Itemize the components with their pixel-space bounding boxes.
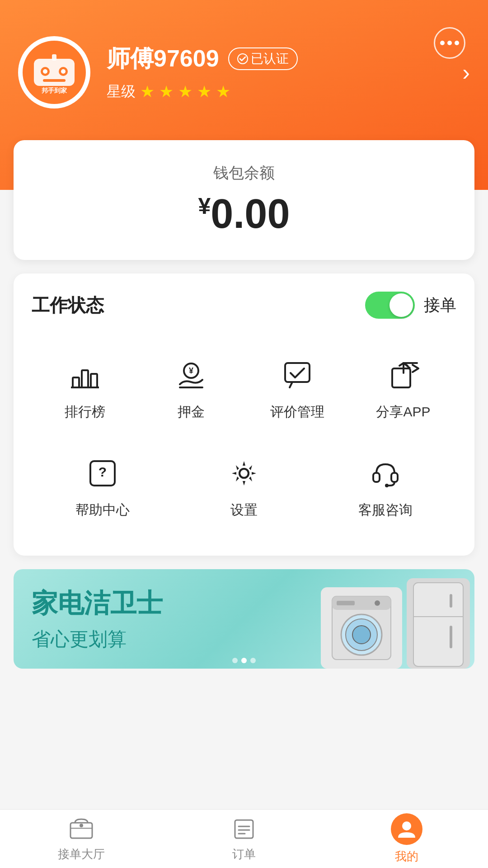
menu-item-leaderboard[interactable]: 排行榜 bbox=[32, 341, 138, 435]
menu-label-settings: 设置 bbox=[230, 501, 258, 519]
wallet-value: 0.00 bbox=[211, 191, 290, 236]
banner-dot-3 bbox=[250, 658, 256, 663]
banner-subtitle: 省心更划算 bbox=[32, 627, 163, 652]
headset-icon bbox=[365, 453, 406, 494]
toggle-area: 接单 bbox=[365, 292, 456, 319]
menu-grid-row1: 排行榜 ¥ 押金 评价管理 bbox=[32, 341, 456, 435]
hand-coin-icon: ¥ bbox=[171, 355, 211, 396]
washing-machine-image bbox=[321, 587, 402, 669]
avatar[interactable]: 邦手到家 bbox=[18, 36, 90, 108]
star-3: ★ bbox=[178, 82, 192, 101]
menu-item-settings[interactable]: 设置 bbox=[173, 439, 314, 533]
profile-arrow-icon[interactable]: › bbox=[462, 59, 470, 85]
wallet-amount: ¥0.00 bbox=[32, 191, 456, 237]
svg-rect-35 bbox=[413, 583, 463, 666]
nav-label-my-orders: 订单 bbox=[232, 846, 256, 862]
message-icon bbox=[440, 41, 459, 45]
menu-item-service[interactable]: 客服咨询 bbox=[315, 439, 456, 533]
svg-text:邦手到家: 邦手到家 bbox=[41, 87, 67, 94]
menu-item-deposit[interactable]: ¥ 押金 bbox=[138, 341, 244, 435]
svg-rect-37 bbox=[450, 594, 452, 608]
svg-point-46 bbox=[402, 821, 411, 830]
nav-item-orders-hall[interactable]: 接单大厅 bbox=[0, 816, 163, 862]
svg-rect-25 bbox=[373, 473, 380, 482]
bottom-nav: 接单大厅 订单 我的 bbox=[0, 809, 488, 868]
svg-point-32 bbox=[352, 626, 371, 644]
svg-rect-16 bbox=[285, 363, 310, 382]
menu-item-review[interactable]: 评价管理 bbox=[244, 341, 350, 435]
stars-label: 星级 bbox=[107, 82, 136, 102]
svg-rect-18 bbox=[392, 368, 410, 387]
star-1: ★ bbox=[140, 82, 155, 101]
profile-row: 邦手到家 师傅97609 已认证 星级 ★ ★ ★ ★ bbox=[18, 36, 470, 108]
svg-rect-9 bbox=[73, 377, 79, 387]
brand-logo-svg: 邦手到家 bbox=[27, 50, 81, 95]
menu-label-share: 分享APP bbox=[376, 403, 430, 421]
stars-row: 星级 ★ ★ ★ ★ ★ bbox=[107, 82, 446, 102]
svg-rect-38 bbox=[450, 626, 452, 648]
svg-rect-42 bbox=[235, 820, 253, 838]
svg-rect-26 bbox=[391, 473, 398, 482]
star-2: ★ bbox=[159, 82, 174, 101]
wallet-title: 钱包余额 bbox=[32, 163, 456, 184]
fridge-image bbox=[407, 578, 470, 669]
star-5: ★ bbox=[216, 82, 230, 101]
checkmark-icon bbox=[237, 53, 248, 64]
username-text: 师傅97609 bbox=[107, 43, 219, 75]
work-status-toggle[interactable] bbox=[365, 292, 415, 319]
svg-rect-10 bbox=[82, 370, 88, 387]
share-icon bbox=[383, 355, 424, 396]
banner-dots bbox=[232, 658, 256, 663]
name-row: 师傅97609 已认证 bbox=[107, 43, 446, 75]
orders-hall-icon bbox=[68, 816, 95, 843]
toggle-label: 接单 bbox=[424, 294, 456, 316]
star-4: ★ bbox=[197, 82, 211, 101]
banner-image-area bbox=[271, 569, 474, 669]
svg-rect-34 bbox=[337, 601, 355, 605]
help-circle-icon: ? bbox=[82, 453, 123, 494]
menu-item-help[interactable]: ? 帮助中心 bbox=[32, 439, 173, 533]
svg-rect-6 bbox=[52, 54, 56, 61]
menu-label-service: 客服咨询 bbox=[358, 501, 413, 519]
svg-text:?: ? bbox=[98, 464, 106, 479]
work-status-header: 工作状态 接单 bbox=[32, 292, 456, 319]
svg-point-27 bbox=[385, 484, 389, 487]
profile-icon bbox=[391, 813, 422, 845]
svg-point-33 bbox=[375, 600, 380, 606]
menu-grid-row2: ? 帮助中心 设置 bbox=[32, 439, 456, 533]
wallet-card[interactable]: 钱包余额 ¥0.00 bbox=[14, 140, 474, 260]
verified-badge: 已认证 bbox=[228, 47, 298, 70]
promo-banner[interactable]: 家电洁卫士 省心更划算 bbox=[14, 569, 474, 669]
svg-point-8 bbox=[238, 54, 248, 64]
menu-label-help: 帮助中心 bbox=[75, 501, 130, 519]
nav-item-my-orders[interactable]: 订单 bbox=[163, 816, 325, 862]
svg-point-3 bbox=[43, 69, 47, 74]
banner-dot-1 bbox=[232, 658, 238, 663]
menu-label-leaderboard: 排行榜 bbox=[65, 403, 105, 421]
work-status-card: 工作状态 接单 排行榜 bbox=[14, 274, 474, 556]
svg-rect-5 bbox=[43, 79, 66, 82]
message-button[interactable] bbox=[434, 27, 465, 59]
svg-point-24 bbox=[239, 469, 249, 478]
svg-point-4 bbox=[61, 69, 66, 74]
currency-symbol: ¥ bbox=[198, 193, 211, 219]
comment-check-icon bbox=[277, 355, 318, 396]
banner-dot-2 bbox=[241, 658, 247, 663]
nav-item-profile[interactable]: 我的 bbox=[325, 813, 488, 864]
menu-item-share[interactable]: 分享APP bbox=[350, 341, 456, 435]
nav-label-orders-hall: 接单大厅 bbox=[58, 846, 105, 862]
gear-icon bbox=[224, 453, 264, 494]
work-status-label: 工作状态 bbox=[32, 293, 104, 318]
banner-title: 家电洁卫士 bbox=[32, 586, 163, 621]
svg-point-41 bbox=[80, 824, 83, 827]
my-orders-icon bbox=[230, 816, 258, 843]
svg-text:¥: ¥ bbox=[188, 366, 193, 375]
logo-circle: 邦手到家 bbox=[23, 41, 86, 104]
banner-text: 家电洁卫士 省心更划算 bbox=[14, 572, 181, 665]
profile-info: 师傅97609 已认证 星级 ★ ★ ★ ★ ★ bbox=[107, 43, 446, 102]
nav-label-profile: 我的 bbox=[395, 849, 418, 864]
verified-text: 已认证 bbox=[251, 50, 289, 67]
svg-rect-11 bbox=[91, 374, 97, 387]
chart-bar-icon bbox=[65, 355, 105, 396]
menu-label-deposit: 押金 bbox=[178, 403, 205, 421]
